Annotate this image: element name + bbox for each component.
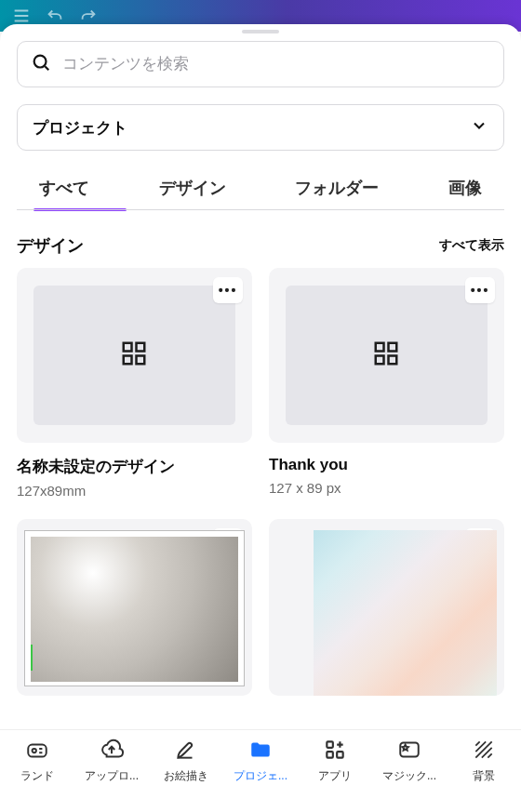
grid-icon (120, 339, 148, 371)
nav-background[interactable]: 背景 (447, 738, 521, 784)
svg-point-0 (34, 56, 47, 68)
tab-all[interactable]: すべて (39, 177, 89, 210)
design-card[interactable]: ••• (269, 268, 504, 443)
menu-icon (11, 6, 32, 26)
design-card[interactable]: ••• (17, 268, 252, 443)
bottom-nav: ランド アップロ... お絵描き プロジェ... アプリ マジック... 背景 (0, 729, 521, 812)
undo-icon (45, 6, 65, 26)
search-input[interactable] (60, 54, 490, 74)
card-more-button[interactable]: ••• (465, 277, 495, 303)
grid-icon (372, 339, 400, 371)
card-more-button[interactable]: ••• (213, 277, 243, 303)
svg-rect-12 (327, 752, 333, 758)
design-title: 名称未設定のデザイン (17, 456, 252, 477)
search-input-wrap[interactable] (17, 41, 504, 87)
section-title: デザイン (17, 234, 84, 257)
svg-rect-9 (28, 745, 47, 757)
drag-handle[interactable] (242, 30, 279, 33)
svg-rect-6 (389, 343, 397, 352)
svg-rect-2 (137, 343, 145, 352)
tab-design[interactable]: デザイン (159, 177, 226, 210)
design-subtitle: 127x89mm (17, 483, 252, 499)
thumbnail-stars (24, 530, 245, 686)
redo-icon (78, 6, 99, 26)
thumbnail-pastel (314, 530, 497, 696)
svg-rect-11 (327, 741, 333, 748)
svg-rect-4 (137, 355, 145, 364)
svg-rect-7 (376, 355, 384, 364)
design-card[interactable]: ••• (269, 519, 504, 696)
see-all-link[interactable]: すべて表示 (439, 237, 504, 254)
brand-icon (25, 738, 49, 765)
tab-folder[interactable]: フォルダー (295, 177, 379, 210)
nav-apps[interactable]: アプリ (298, 738, 372, 784)
design-caption: Thank you 127 x 89 px (269, 456, 504, 499)
nav-brand[interactable]: ランド (0, 738, 74, 784)
svg-rect-8 (389, 355, 397, 364)
hatch-icon (472, 738, 496, 765)
design-card[interactable]: ••• (17, 519, 252, 696)
design-caption: 名称未設定のデザイン 127x89mm (17, 456, 252, 499)
nav-draw[interactable]: お絵描き (149, 738, 223, 784)
magic-icon (397, 738, 421, 765)
upload-icon (100, 738, 124, 765)
folder-icon (248, 738, 273, 765)
svg-rect-5 (376, 343, 384, 352)
design-subtitle: 127 x 89 px (269, 480, 504, 496)
svg-rect-3 (124, 355, 132, 364)
design-title: Thank you (269, 456, 504, 474)
draw-icon (174, 738, 198, 765)
tabs: すべて デザイン フォルダー 画像 (17, 177, 504, 210)
nav-upload[interactable]: アップロ... (74, 738, 149, 784)
bottom-sheet: プロジェクト すべて デザイン フォルダー 画像 デザイン すべて表示 ••• … (0, 24, 521, 812)
nav-magic[interactable]: マジック... (372, 738, 447, 784)
tab-image[interactable]: 画像 (448, 177, 482, 210)
section-header: デザイン すべて表示 (0, 234, 521, 257)
nav-project[interactable]: プロジェ... (223, 738, 298, 784)
project-selector[interactable]: プロジェクト (17, 104, 504, 151)
svg-rect-1 (124, 343, 132, 352)
apps-icon (323, 738, 347, 765)
search-icon (31, 52, 51, 76)
svg-point-10 (33, 749, 36, 752)
project-selector-label: プロジェクト (33, 117, 127, 139)
chevron-down-icon (470, 116, 488, 140)
svg-rect-13 (337, 752, 343, 758)
